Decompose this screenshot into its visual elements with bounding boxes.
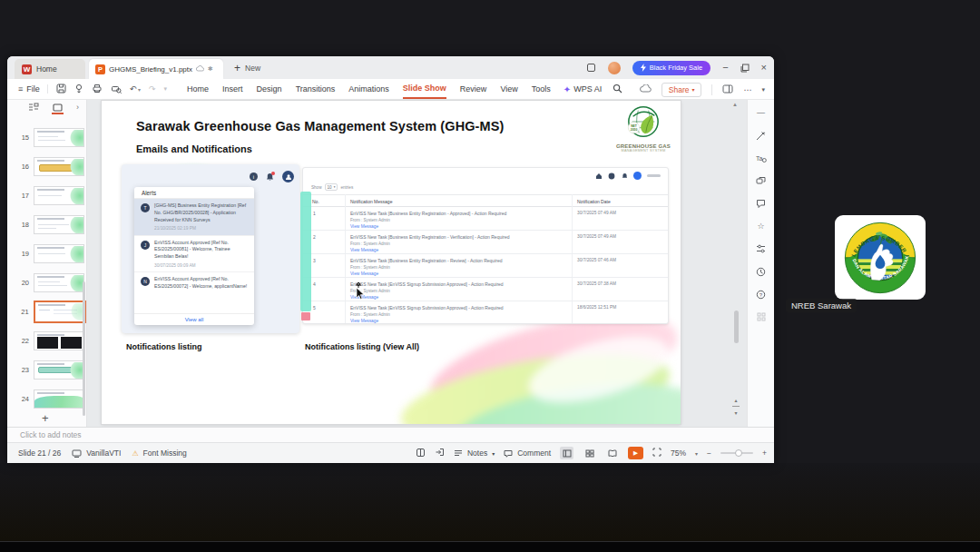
view-message-link[interactable]: View Message (350, 248, 570, 252)
reading-view-button[interactable] (605, 447, 619, 459)
export-icon[interactable] (74, 84, 83, 95)
save-icon[interactable] (56, 84, 66, 95)
thumbnail-row-19[interactable]: 19 (7, 243, 86, 263)
alert-item-3[interactable]: N EnVISS Account Approved [Ref No. ES/20… (134, 272, 254, 296)
notes-toggle[interactable]: Notes▾ (454, 448, 495, 458)
thumbnail-row-18[interactable]: 18 (7, 214, 86, 234)
thumbnail-row-17[interactable]: 17 (7, 185, 86, 205)
view-all-link[interactable]: View all (134, 313, 254, 325)
tab-home[interactable]: W Home (15, 59, 85, 79)
close-button[interactable]: × (761, 63, 767, 73)
thumbnail-row-20[interactable]: 20 (7, 272, 86, 292)
wps-ai-button[interactable]: ✦ WPS AI (564, 84, 602, 94)
menu-design[interactable]: Design (257, 80, 282, 98)
menu-transitions[interactable]: Transitions (296, 80, 336, 98)
black-friday-sale-button[interactable]: Black Friday Sale (632, 61, 710, 75)
view-message-link[interactable]: View Message (350, 295, 570, 300)
tab-document[interactable]: P GHGMS_Briefing_v1.pptx ✱ (89, 59, 223, 79)
collapse-ribbon-icon[interactable]: ▾ (761, 86, 765, 94)
share-button[interactable]: Share ▾ (662, 83, 702, 97)
quick-tools-icon[interactable] (756, 130, 767, 141)
undo-icon[interactable]: ↶ ▾ (130, 84, 141, 94)
menu-home[interactable]: Home (187, 80, 209, 98)
file-menu-button[interactable]: ≡ File (18, 84, 48, 94)
menu-tools[interactable]: Tools (532, 80, 551, 98)
layout-mode-icon[interactable] (586, 63, 596, 73)
menu-insert[interactable]: Insert (222, 80, 243, 98)
zoom-menu-icon[interactable]: ▾ (695, 450, 698, 457)
table-row[interactable]: 2 EnVISS New Task [Business Entity Regis… (303, 231, 668, 254)
slide-21[interactable]: Sarawak Greenhouse Gas Management System… (102, 101, 681, 424)
wps-logo-icon: W (22, 64, 32, 74)
search-icon[interactable] (612, 84, 622, 95)
collapse-panel-icon[interactable]: › (76, 103, 79, 112)
import-icon[interactable] (435, 448, 445, 458)
alert-text: [GHG-MS] Business Entity Registration [R… (154, 202, 246, 222)
view-message-link[interactable]: View Message (350, 319, 570, 323)
slideshow-play-button[interactable]: ▶ (628, 447, 643, 459)
favorites-icon[interactable]: ☆ (756, 221, 767, 232)
print-preview-icon[interactable] (111, 84, 122, 95)
table-row[interactable]: 5 EnVISS New Task [EnVISS Signup Submiss… (303, 301, 668, 324)
menu-animations[interactable]: Animations (348, 80, 389, 98)
thumbnail-row-23[interactable]: 23 (7, 360, 86, 380)
collapse-sidebar-icon[interactable]: — (756, 107, 767, 118)
cloud-status-icon[interactable] (640, 84, 652, 94)
menu-slide-show[interactable]: Slide Show (403, 79, 446, 99)
alert-text: EnVISS Account Approved [Ref No. ES/2025… (154, 240, 230, 260)
minimize-button[interactable]: − (722, 63, 728, 73)
comment-pane-icon[interactable] (756, 198, 767, 209)
thumbnail-scrollbar[interactable] (83, 281, 85, 416)
comment-button[interactable]: Comment (504, 448, 551, 458)
menu-review[interactable]: Review (460, 80, 487, 98)
find-replace-icon[interactable]: Ta (756, 153, 767, 163)
alert-item-2[interactable]: J EnVISS Account Approved [Ref No. ES/20… (134, 236, 254, 273)
thumbnail-row-21-selected[interactable]: 21 (7, 301, 86, 321)
thumbnail-row-15[interactable]: 15 (7, 127, 86, 147)
table-row[interactable]: 3 EnVISS New Task [Business Entity Regis… (303, 254, 668, 278)
theme-indicator[interactable]: VanillaVTI (72, 448, 121, 458)
fit-slide-icon[interactable] (652, 448, 662, 458)
history-icon[interactable] (756, 266, 767, 277)
scroll-up-arrow[interactable]: ▲ (732, 102, 738, 107)
account-avatar[interactable] (608, 62, 621, 74)
add-slide-button[interactable]: + (42, 411, 49, 425)
normal-view-button[interactable] (560, 447, 573, 459)
zoom-in-button[interactable]: + (762, 448, 767, 458)
alert-item-1[interactable]: T [GHG-MS] Business Entity Registration … (134, 199, 254, 236)
next-slide-button[interactable]: ▾ (734, 409, 737, 416)
zoom-slider-knob[interactable] (735, 449, 742, 457)
maximize-button[interactable] (740, 64, 750, 73)
slide-sorter-view-button[interactable] (583, 447, 596, 459)
thumbnail-row-16[interactable]: 16 (7, 156, 86, 176)
page-size-select[interactable]: 10▾ (325, 183, 338, 191)
table-row[interactable]: 1 EnVISS New Task [Business Entity Regis… (303, 207, 668, 231)
more-options-icon[interactable]: ⋯ (743, 85, 751, 94)
font-missing-warning[interactable]: ⚠ Font Missing (132, 448, 186, 458)
apps-grid-icon[interactable] (756, 311, 767, 322)
new-tab-button[interactable]: + New (234, 56, 260, 79)
print-icon[interactable] (92, 84, 103, 95)
panel-toggle-icon[interactable] (722, 84, 733, 95)
view-message-link[interactable]: View Message (350, 271, 570, 276)
selection-pane-icon[interactable] (756, 175, 767, 186)
toolbar-more-icon[interactable]: ▾ (164, 85, 168, 93)
thumbnail-row-24[interactable]: 24 (7, 389, 86, 409)
document-scrollbar[interactable] (734, 310, 739, 343)
zoom-out-button[interactable]: − (707, 448, 711, 458)
participant-video-tile[interactable]: LEMBAGA SUMBER ASLI DAN ALAM SEKITAR SAR… (835, 215, 926, 300)
slide-view-icon[interactable] (52, 102, 64, 113)
outline-view-icon[interactable] (27, 102, 39, 113)
settings-sliders-icon[interactable] (756, 243, 767, 254)
notes-area[interactable]: Click to add notes (7, 427, 774, 442)
thumbnail-row-22[interactable]: 22 (7, 330, 86, 350)
redo-icon[interactable]: ↷ (149, 84, 156, 94)
menu-view[interactable]: View (500, 80, 517, 98)
help-icon[interactable]: ? (756, 289, 767, 300)
view-message-link[interactable]: View Message (350, 224, 570, 229)
zoom-level[interactable]: 75% (671, 448, 686, 458)
grid-settings-icon[interactable] (416, 448, 426, 459)
zoom-slider[interactable] (720, 452, 753, 454)
logo-tagline: MANAGEMENT SYSTEM (613, 149, 673, 153)
previous-slide-button[interactable]: ▴ (734, 397, 737, 403)
